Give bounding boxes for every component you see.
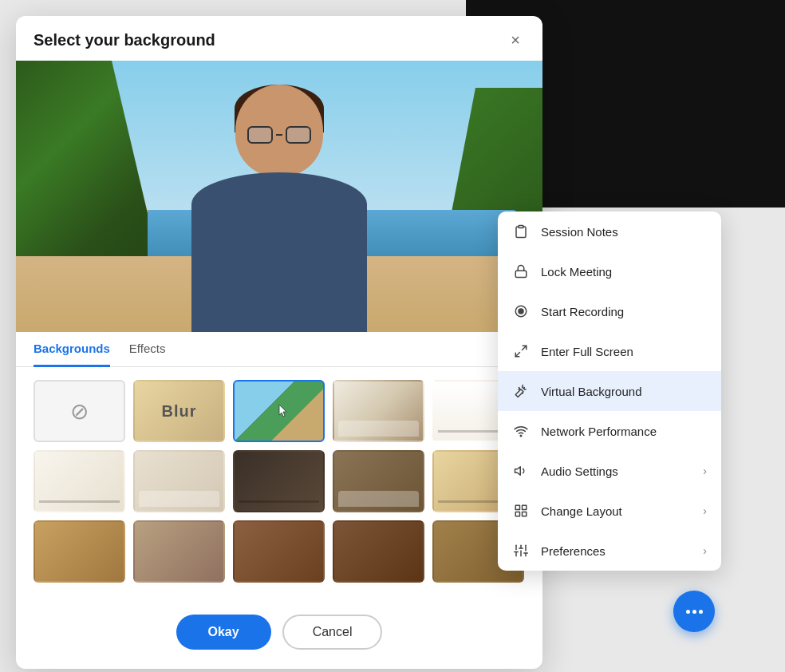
menu-item-network-performance[interactable]: Network Performance — [498, 411, 721, 451]
svg-point-3 — [519, 309, 523, 314]
record-icon — [512, 302, 530, 320]
preferences-label: Preferences — [541, 544, 692, 558]
layout-icon — [512, 502, 530, 520]
virtual-background-label: Virtual Background — [541, 385, 707, 398]
menu-item-virtual-background[interactable]: Virtual Background — [498, 371, 721, 411]
speaker-icon — [512, 462, 530, 480]
dialog-footer: Okay Cancel — [16, 603, 542, 669]
glasses-lens-left — [247, 126, 273, 144]
thumb-room11[interactable] — [333, 520, 424, 583]
tabs-section: Backgrounds Effects — [16, 332, 542, 367]
thumb-none[interactable]: ⊘ — [34, 380, 125, 442]
none-icon: ⊘ — [70, 398, 89, 425]
svg-rect-10 — [515, 512, 519, 516]
thumbnails-section: ⊘ Blur — [16, 367, 542, 603]
thumb-beach[interactable] — [233, 380, 325, 442]
network-performance-label: Network Performance — [541, 425, 707, 438]
thumb-couch-3 — [338, 491, 419, 507]
menu-item-enter-fullscreen[interactable]: Enter Full Screen — [498, 331, 721, 371]
menu-item-session-notes[interactable]: Session Notes — [498, 211, 721, 251]
svg-line-5 — [515, 353, 519, 357]
svg-line-4 — [523, 346, 527, 350]
thumb-shelf-3 — [239, 500, 319, 503]
svg-rect-11 — [523, 512, 527, 516]
change-layout-label: Change Layout — [541, 504, 692, 518]
thumbs-row-3 — [34, 520, 525, 583]
svg-marker-7 — [515, 467, 521, 476]
thumb-shelf-2 — [39, 500, 120, 503]
background-dialog: Select your background × — [16, 16, 542, 669]
preferences-arrow: › — [703, 544, 707, 557]
person-preview — [160, 85, 399, 332]
preview-area — [16, 61, 542, 332]
dialog-title: Select your background — [34, 31, 215, 49]
menu-item-preferences[interactable]: Preferences › — [498, 531, 721, 571]
lock-meeting-label: Lock Meeting — [541, 265, 707, 279]
glasses-bridge — [276, 134, 282, 136]
magic-icon — [512, 382, 530, 400]
close-button[interactable]: × — [506, 30, 525, 49]
menu-item-start-recording[interactable]: Start Recording — [498, 291, 721, 331]
audio-settings-arrow: › — [703, 464, 707, 477]
sliders-icon — [512, 542, 530, 559]
lock-icon — [512, 263, 530, 280]
thumb-room8[interactable] — [34, 520, 125, 583]
person-glasses — [247, 126, 311, 142]
blur-label: Blur — [162, 402, 197, 421]
more-options-fab[interactable] — [673, 591, 715, 632]
thumb-room5[interactable] — [233, 450, 325, 512]
tab-effects[interactable]: Effects — [129, 332, 166, 367]
svg-rect-8 — [515, 505, 519, 509]
thumbs-row-2 — [34, 450, 525, 512]
enter-fullscreen-label: Enter Full Screen — [541, 345, 707, 358]
context-menu: Session Notes Lock Meeting Start Recordi… — [498, 211, 721, 571]
thumb-couch-1 — [338, 421, 419, 437]
wifi-icon — [512, 422, 530, 440]
okay-button[interactable]: Okay — [176, 615, 271, 650]
thumbs-row-1: ⊘ Blur — [34, 380, 525, 442]
beach-scene — [16, 61, 542, 332]
cursor-icon — [276, 403, 292, 419]
fab-dot-3 — [699, 610, 703, 614]
menu-item-lock-meeting[interactable]: Lock Meeting — [498, 251, 721, 291]
person-head — [235, 85, 323, 176]
fab-dots — [686, 610, 703, 614]
svg-point-6 — [520, 435, 522, 437]
thumb-room1[interactable] — [333, 380, 424, 442]
thumb-room4[interactable] — [133, 450, 225, 512]
thumb-room3[interactable] — [34, 450, 125, 512]
menu-item-change-layout[interactable]: Change Layout › — [498, 491, 721, 531]
thumb-couch-2 — [139, 491, 219, 507]
thumb-room9[interactable] — [133, 520, 225, 583]
tab-backgrounds[interactable]: Backgrounds — [34, 332, 110, 367]
svg-rect-0 — [519, 226, 523, 228]
thumb-blur[interactable]: Blur — [133, 380, 225, 442]
change-layout-arrow: › — [703, 504, 707, 517]
person-body — [191, 172, 367, 332]
fab-dot-1 — [686, 610, 690, 614]
session-notes-label: Session Notes — [541, 225, 707, 239]
fab-dot-2 — [692, 610, 696, 614]
cancel-button[interactable]: Cancel — [282, 615, 383, 650]
svg-rect-9 — [523, 505, 527, 509]
glasses-lens-right — [286, 126, 311, 144]
fullscreen-icon — [512, 342, 530, 360]
svg-rect-1 — [515, 271, 527, 277]
audio-settings-label: Audio Settings — [541, 464, 692, 478]
clipboard-icon — [512, 223, 530, 240]
menu-item-audio-settings[interactable]: Audio Settings › — [498, 451, 721, 491]
dialog-header: Select your background × — [16, 16, 542, 61]
thumb-room10[interactable] — [233, 520, 325, 583]
thumb-room6[interactable] — [333, 450, 424, 512]
start-recording-label: Start Recording — [541, 305, 707, 318]
